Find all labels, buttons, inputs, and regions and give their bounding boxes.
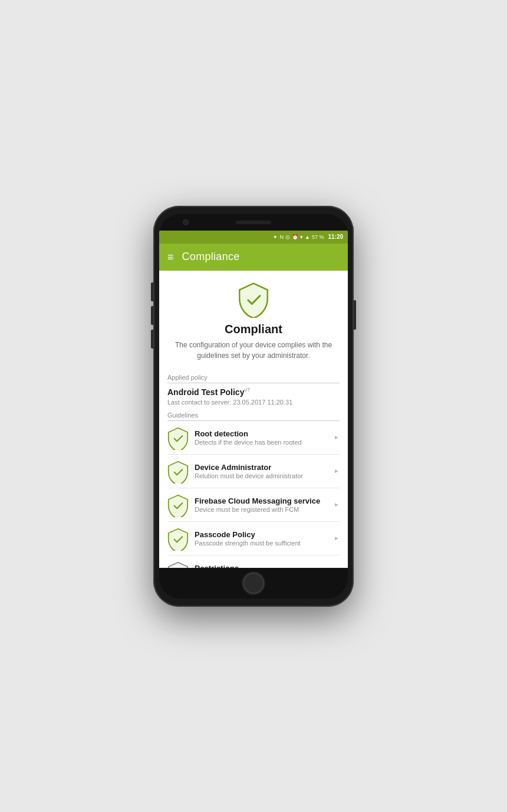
- applied-policy-label: Applied policy: [167, 374, 340, 383]
- status-bar: ✦ N ◎ ⏰ ▾ ▲ 57 % 11:20: [159, 231, 348, 244]
- guideline-title: Root detection: [195, 429, 331, 438]
- nfc-icon: N: [279, 234, 284, 240]
- bluetooth-icon: ✦: [273, 234, 278, 240]
- guideline-shield-icon: [167, 427, 189, 448]
- content-area: Compliant The configuration of your devi…: [159, 271, 348, 568]
- chevron-right-icon: ►: [334, 501, 340, 508]
- guideline-shield-icon: [167, 494, 189, 515]
- last-contact: Last contact to server: 23.05.2017 11:20…: [167, 399, 340, 406]
- guideline-item[interactable]: Root detection Detects if the device has…: [167, 421, 340, 455]
- guideline-subtitle: Detects if the device has been rooted: [195, 439, 331, 446]
- chevron-right-icon: ►: [334, 468, 340, 474]
- location-icon: ◎: [285, 234, 290, 240]
- hamburger-menu-icon[interactable]: ≡: [167, 252, 174, 262]
- battery-text: 57 %: [312, 234, 324, 240]
- app-screen: ✦ N ◎ ⏰ ▾ ▲ 57 % 11:20 ≡ Compliance: [159, 231, 348, 568]
- phone-bottom-bar: [159, 568, 348, 599]
- guideline-item[interactable]: Firebase Cloud Messaging service Device …: [167, 488, 340, 522]
- compliant-description: The configuration of your device complie…: [169, 340, 338, 361]
- app-title: Compliance: [182, 251, 240, 263]
- camera-dot: [183, 219, 189, 225]
- chevron-right-icon: ►: [334, 535, 340, 541]
- wifi-icon: ▾: [300, 234, 303, 240]
- guideline-title: Restrictions: [195, 564, 331, 568]
- alarm-icon: ⏰: [292, 234, 298, 240]
- compliance-shield-icon: [236, 282, 271, 318]
- guideline-item[interactable]: Device Administrator Relution must be de…: [167, 455, 340, 488]
- guidelines-section: Guidelines Root detection Detects if the…: [159, 406, 348, 568]
- status-icons: ✦ N ◎ ⏰ ▾ ▲ 57 % 11:20: [273, 234, 343, 240]
- applied-policy-section: Applied policy Android Test Policyv7 Las…: [159, 368, 348, 406]
- guideline-subtitle: Relution must be device administrator: [195, 472, 331, 479]
- phone-notch: [159, 214, 348, 231]
- chevron-right-icon: ►: [334, 434, 340, 440]
- compliance-header: Compliant The configuration of your devi…: [159, 271, 348, 368]
- compliant-status: Compliant: [225, 323, 282, 336]
- guideline-shield-icon: [167, 528, 189, 549]
- guideline-title: Device Administrator: [195, 463, 331, 472]
- guideline-item[interactable]: Passcode Policy Passcode strength must b…: [167, 522, 340, 555]
- status-time: 11:20: [328, 234, 343, 240]
- guideline-title: Passcode Policy: [195, 530, 331, 539]
- guideline-subtitle: Passcode strength must be sufficient: [195, 540, 331, 547]
- guideline-item[interactable]: ? Restrictions Defines allowable device …: [167, 555, 340, 568]
- speaker-grille: [236, 221, 271, 224]
- app-toolbar: ≡ Compliance: [159, 244, 348, 271]
- guideline-subtitle: Device must be registered with FCM: [195, 506, 331, 513]
- policy-version: v7: [244, 387, 250, 393]
- home-button[interactable]: [243, 573, 264, 594]
- guideline-shield-icon: [167, 461, 189, 482]
- phone-screen-area: ✦ N ◎ ⏰ ▾ ▲ 57 % 11:20 ≡ Compliance: [159, 214, 348, 599]
- phone-device: ✦ N ◎ ⏰ ▾ ▲ 57 % 11:20 ≡ Compliance: [153, 206, 354, 607]
- guideline-shield-icon: ?: [167, 561, 189, 568]
- guideline-title: Firebase Cloud Messaging service: [195, 497, 331, 505]
- policy-name: Android Test Policy: [167, 387, 244, 397]
- guidelines-list: Root detection Detects if the device has…: [167, 421, 340, 568]
- signal-icon: ▲: [305, 234, 310, 240]
- guidelines-label: Guidelines: [167, 412, 340, 421]
